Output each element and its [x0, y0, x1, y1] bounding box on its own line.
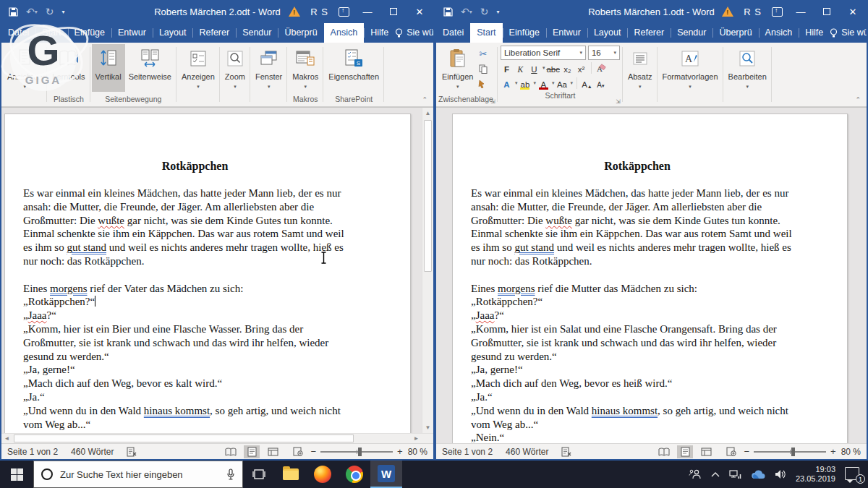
save-icon[interactable] — [443, 7, 453, 17]
font-name-combo[interactable]: Liberation Serif▾ — [501, 46, 586, 60]
tray-expand-icon[interactable] — [711, 471, 720, 477]
highlight-button[interactable]: ab — [519, 77, 531, 90]
collapse-ribbon-icon[interactable]: ⌃ — [422, 96, 427, 103]
warning-icon[interactable]: ! — [289, 7, 300, 17]
ribbon-tab-einfüge[interactable]: Einfüge — [68, 23, 111, 43]
proofing-icon[interactable] — [561, 447, 572, 457]
scroll-right-icon[interactable]: ► — [411, 434, 422, 443]
ribbon-tab-start[interactable]: Start — [470, 23, 502, 43]
ribbon-display-options-icon[interactable] — [339, 7, 349, 17]
undo-icon[interactable]: ↶▾ — [461, 6, 472, 17]
zoom-out-button[interactable]: − — [744, 446, 749, 457]
window-button[interactable]: Fenster▾ — [252, 44, 286, 92]
network-icon[interactable] — [729, 469, 741, 479]
ribbon-tab-ansich[interactable]: Ansich — [759, 23, 799, 43]
word-taskbar-icon[interactable]: W — [370, 461, 402, 488]
scroll-down-icon[interactable]: ▼ — [422, 422, 433, 433]
ribbon-tab-entwur[interactable]: Entwur — [111, 23, 153, 43]
word-count[interactable]: 460 Wörter — [71, 447, 114, 457]
read-mode-icon[interactable] — [223, 445, 239, 458]
ribbon-tab-sendur[interactable]: Sendur — [671, 23, 712, 43]
editing-button[interactable]: Bearbeiten▾ — [725, 44, 770, 92]
scroll-up-icon[interactable]: ▲ — [422, 108, 433, 119]
start-button[interactable] — [0, 461, 33, 488]
text-effects-button[interactable]: A — [501, 77, 513, 90]
styles-button[interactable]: A Formatvorlagen▾ — [659, 44, 722, 92]
clear-formatting-icon[interactable]: A — [595, 61, 608, 74]
zoom-percent[interactable]: 80 % — [408, 447, 427, 457]
word-count[interactable]: 460 Wörter — [506, 447, 548, 457]
web-layout-icon[interactable] — [265, 445, 281, 458]
task-view-button[interactable] — [243, 461, 275, 488]
properties-button[interactable]: S Eigenschaften — [325, 44, 383, 92]
vertical-scrollbar[interactable]: ▲ ▼ — [422, 108, 433, 433]
shrink-font-button[interactable]: A▾ — [595, 77, 607, 90]
zoom-fit-icon[interactable] — [723, 445, 739, 458]
close-button[interactable]: ✕ — [412, 7, 427, 17]
ribbon-display-options-icon[interactable] — [772, 7, 783, 17]
ribbon-tab-ansich[interactable]: Ansich — [324, 23, 365, 43]
ribbon-tab-sendur[interactable]: Sendur — [236, 23, 278, 43]
maximize-button[interactable] — [819, 7, 835, 17]
zoom-slider[interactable] — [320, 451, 393, 453]
account-initials[interactable]: R S — [310, 7, 328, 17]
minimize-button[interactable]: — — [793, 7, 809, 17]
save-icon[interactable] — [9, 7, 18, 17]
font-dialog-launcher-icon[interactable]: ⇲ — [616, 98, 621, 105]
taskbar-search-input[interactable]: Zur Suche Text hier eingeben — [33, 461, 243, 488]
ribbon-tab-einfüge[interactable]: Einfüge — [503, 23, 546, 43]
zoom-button[interactable]: Zoom▾ — [221, 44, 249, 92]
warning-icon[interactable]: ! — [722, 7, 733, 17]
views-button[interactable]: Ansichten▾ — [4, 44, 46, 92]
onedrive-icon[interactable] — [751, 470, 765, 479]
ribbon-tab-start[interactable]: Start — [35, 23, 67, 43]
superscript-button[interactable]: x² — [575, 61, 587, 74]
proofing-icon[interactable] — [127, 447, 137, 457]
minimize-button[interactable]: — — [359, 7, 375, 17]
document-page[interactable]: Rotkäppchen Es war einmal ein kleines Mä… — [452, 114, 848, 443]
maximize-button[interactable] — [386, 7, 401, 17]
paste-button[interactable]: Einfügen▾ — [438, 44, 477, 92]
ribbon-tab-hilfe[interactable]: Hilfe — [799, 23, 830, 43]
customize-qat-icon[interactable]: ▾ — [61, 9, 64, 15]
customize-qat-icon[interactable]: ▾ — [496, 9, 499, 15]
ribbon-tab-entwur[interactable]: Entwur — [546, 23, 587, 43]
print-layout-icon[interactable] — [244, 445, 260, 458]
ribbon-tab-layout[interactable]: Layout — [153, 23, 193, 43]
taskbar-clock[interactable]: 19:03 23.05.2019 — [796, 465, 835, 484]
underline-button[interactable]: U — [528, 61, 540, 74]
strikethrough-button[interactable]: abc — [546, 61, 560, 74]
zoom-in-button[interactable]: + — [830, 446, 836, 457]
action-center-icon[interactable]: 1 — [845, 467, 862, 481]
zoom-out-button[interactable]: − — [310, 446, 316, 457]
collapse-ribbon-icon[interactable]: ⌃ — [855, 96, 861, 103]
microphone-icon[interactable] — [226, 468, 235, 480]
ribbon-tab-datei[interactable]: Datei — [1, 23, 35, 43]
ribbon-tab-referer[interactable]: Referer — [627, 23, 671, 43]
zoom-slider-thumb[interactable] — [358, 448, 362, 456]
copy-icon[interactable] — [477, 61, 489, 74]
close-button[interactable]: ✕ — [845, 7, 861, 17]
print-layout-icon[interactable] — [677, 445, 693, 458]
clipboard-dialog-launcher-icon[interactable]: ⇲ — [490, 98, 495, 105]
scroll-left-icon[interactable]: ◄ — [1, 434, 12, 443]
macros-button[interactable]: Makros▾ — [289, 44, 322, 92]
bold-button[interactable]: F — [501, 61, 513, 74]
volume-icon[interactable] — [775, 469, 786, 479]
show-button[interactable]: Anzeigen▾ — [178, 44, 218, 92]
zoom-fit-icon[interactable] — [290, 445, 306, 458]
grow-font-button[interactable]: A▲ — [581, 77, 593, 90]
side-to-side-button[interactable]: Seitenweise — [125, 44, 175, 92]
tell-me-group[interactable]: Sie wünsc — [830, 23, 868, 43]
paragraph-button[interactable]: Absatz▾ — [624, 44, 656, 92]
chrome-icon[interactable] — [339, 461, 370, 488]
page-indicator[interactable]: Seite 1 von 2 — [7, 447, 58, 457]
zoom-slider-thumb[interactable] — [791, 448, 795, 456]
zoom-percent[interactable]: 80 % — [841, 447, 861, 457]
vertical-button[interactable]: Vertikal — [92, 44, 125, 92]
italic-button[interactable]: K — [514, 61, 527, 74]
people-icon[interactable] — [689, 469, 702, 479]
redo-icon[interactable]: ↻ — [46, 6, 54, 17]
font-color-button[interactable]: A — [537, 77, 550, 90]
vertical-scroll-thumb[interactable] — [424, 120, 432, 272]
